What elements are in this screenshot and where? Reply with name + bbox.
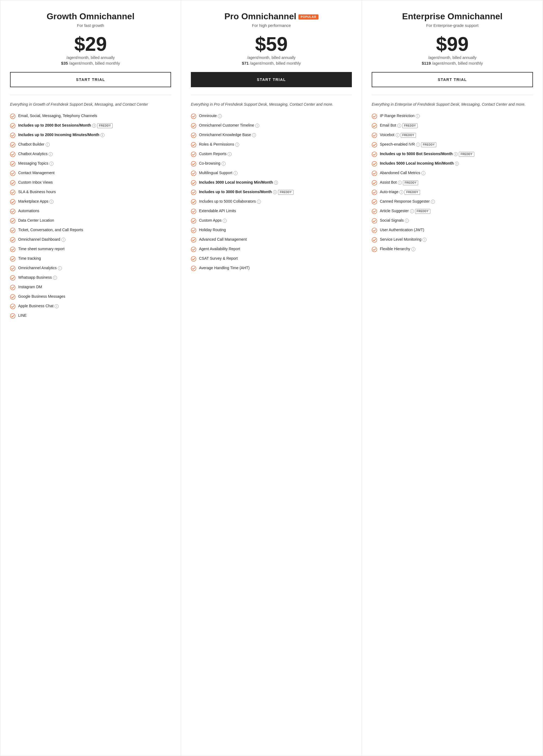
check-icon — [10, 285, 15, 290]
feature-item: Omnichannel Dashboardi — [10, 237, 171, 243]
info-icon[interactable]: i — [234, 171, 238, 175]
start-trial-button-pro[interactable]: START TRIAL — [191, 72, 352, 87]
plan-header: Growth OmnichannelFor fast growth — [10, 11, 171, 28]
info-icon[interactable]: i — [235, 143, 239, 147]
feature-item: Includes up to 3000 Bot Sessions/MonthiF… — [191, 189, 352, 195]
svg-point-8 — [10, 190, 15, 195]
plan-subtitle: For fast growth — [10, 23, 171, 28]
info-icon[interactable]: i — [49, 200, 54, 204]
info-icon[interactable]: i — [92, 124, 96, 128]
info-icon[interactable]: i — [397, 124, 401, 128]
check-icon — [372, 171, 377, 176]
feature-text: Includes 5000 Local Incoming Min/Monthi — [380, 161, 533, 166]
svg-point-52 — [372, 237, 377, 242]
feature-item: Instagram DM — [10, 284, 171, 290]
feature-item: Messaging Topicsi — [10, 161, 171, 167]
svg-point-0 — [10, 114, 15, 119]
svg-point-35 — [191, 237, 196, 242]
feature-text: Assist BotiFREDDY — [380, 180, 533, 185]
freddy-badge: FREDDY — [403, 180, 418, 185]
start-trial-button-enterprise[interactable]: START TRIAL — [372, 72, 533, 87]
info-icon[interactable]: i — [101, 133, 105, 137]
freddy-badge: FREDDY — [415, 209, 430, 214]
svg-point-19 — [10, 294, 15, 299]
plan-price: $99 — [372, 34, 533, 54]
feature-item: Apple Business Chati — [10, 303, 171, 309]
feature-text: Omnichannel Analyticsi — [18, 265, 171, 271]
info-icon[interactable]: i — [431, 200, 435, 204]
check-icon — [10, 209, 15, 214]
plan-header: Pro OmnichannelPOPULARFor high performan… — [191, 11, 352, 28]
check-icon — [191, 190, 196, 195]
info-icon[interactable]: i — [398, 181, 402, 185]
feature-text: Includes up to 5000 Collaboratorsi — [199, 199, 352, 204]
feature-text: Speech-enabled IVRiFREDDY — [380, 142, 533, 147]
info-icon[interactable]: i — [55, 304, 59, 308]
svg-point-49 — [372, 209, 377, 214]
feature-text: Data Center Location — [18, 218, 171, 223]
feature-text: Includes up to 3000 Bot Sessions/MonthiF… — [199, 189, 352, 195]
info-icon[interactable]: i — [273, 190, 277, 194]
svg-point-51 — [372, 228, 377, 233]
info-icon[interactable]: i — [416, 114, 420, 118]
feature-item: Omnichannel Analyticsi — [10, 265, 171, 271]
info-icon[interactable]: i — [274, 181, 278, 185]
info-icon[interactable]: i — [416, 143, 420, 147]
feature-text: Automations — [18, 208, 171, 214]
check-icon — [372, 123, 377, 128]
svg-point-33 — [191, 218, 196, 223]
info-icon[interactable]: i — [405, 219, 409, 223]
feature-text: Co-browsingi — [199, 161, 352, 166]
divider — [372, 95, 533, 95]
info-icon[interactable]: i — [422, 238, 426, 242]
info-icon[interactable]: i — [228, 152, 232, 156]
check-icon — [191, 199, 196, 205]
feature-item: Contact Management — [10, 170, 171, 176]
feature-item: Time tracking — [10, 256, 171, 262]
check-icon — [10, 275, 15, 281]
freddy-badge: FREDDY — [278, 190, 293, 195]
check-icon — [191, 180, 196, 186]
feature-list: Email, Social, Messaging, Telephony Chan… — [10, 113, 171, 319]
info-icon[interactable]: i — [257, 200, 261, 204]
feature-item: Average Handling Time (AHT) — [191, 265, 352, 271]
check-icon — [372, 228, 377, 233]
start-trial-button-growth[interactable]: START TRIAL — [10, 72, 171, 87]
info-icon[interactable]: i — [218, 114, 222, 118]
info-icon[interactable]: i — [411, 247, 415, 251]
feature-item: Advanced Call Management — [191, 237, 352, 243]
info-icon[interactable]: i — [61, 238, 65, 242]
feature-item: Holiday Routing — [191, 227, 352, 233]
info-icon[interactable]: i — [252, 133, 256, 137]
plan-includes-text: Everything in Growth of Freshdesk Suppor… — [10, 102, 171, 107]
check-icon — [10, 294, 15, 300]
feature-item: Includes up to 5000 Bot Sessions/MonthiF… — [372, 151, 533, 157]
check-icon — [191, 209, 196, 214]
plan-col-enterprise: Enterprise OmnichannelFor Enterprise-gra… — [362, 0, 543, 756]
svg-point-5 — [10, 161, 15, 166]
info-icon[interactable]: i — [49, 162, 54, 166]
info-icon[interactable]: i — [53, 276, 57, 280]
freddy-badge: FREDDY — [401, 133, 416, 138]
info-icon[interactable]: i — [455, 162, 459, 166]
info-icon[interactable]: i — [58, 266, 62, 270]
svg-point-26 — [191, 152, 196, 157]
info-icon[interactable]: i — [421, 171, 425, 175]
info-icon[interactable]: i — [255, 124, 259, 128]
feature-item: Includes 5000 Local Incoming Min/Monthi — [372, 161, 533, 167]
feature-text: Google Business Messages — [18, 294, 171, 299]
info-icon[interactable]: i — [223, 219, 227, 223]
info-icon[interactable]: i — [49, 152, 53, 156]
check-icon — [372, 152, 377, 157]
feature-list: IP Range RestrictioniEmail BotiFREDDYVoi… — [372, 113, 533, 252]
svg-point-28 — [191, 171, 196, 176]
svg-point-34 — [191, 228, 196, 233]
check-icon — [10, 237, 15, 243]
info-icon[interactable]: i — [410, 209, 414, 213]
info-icon[interactable]: i — [222, 162, 226, 166]
info-icon[interactable]: i — [46, 143, 50, 147]
check-icon — [10, 304, 15, 309]
info-icon[interactable]: i — [454, 152, 458, 156]
info-icon[interactable]: i — [399, 190, 403, 194]
info-icon[interactable]: i — [395, 133, 400, 137]
